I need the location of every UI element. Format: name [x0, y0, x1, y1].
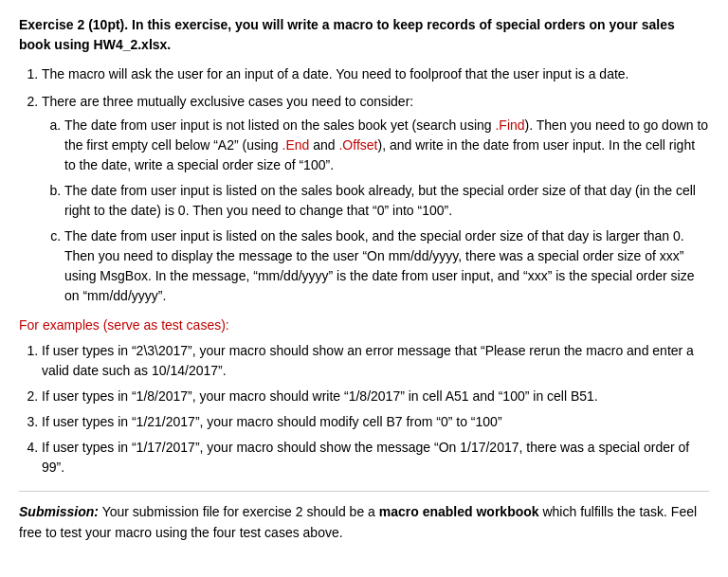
- submission-bold-text: macro enabled workbook: [379, 504, 539, 519]
- sub-a-text1: The date from user input is not listed o…: [64, 117, 495, 133]
- sub-a-find: .Find: [495, 117, 524, 133]
- examples-list: If user types in “2\3\2017”, your macro …: [42, 341, 709, 478]
- example-4-text: If user types in “1/17/2017”, your macro…: [42, 440, 689, 475]
- example-item-3: If user types in “1/21/2017”, your macro…: [42, 412, 709, 432]
- example-1-text: If user types in “2\3\2017”, your macro …: [42, 343, 694, 378]
- sub-item-b: The date from user input is listed on th…: [64, 181, 709, 221]
- sub-a-and: and: [309, 137, 338, 153]
- example-2-text: If user types in “1/8/2017”, your macro …: [42, 388, 598, 404]
- examples-label: For examples (serve as test cases):: [19, 316, 709, 335]
- sub-a-offset: .Offset: [338, 137, 377, 153]
- main-item-2: There are three mutually exclusive cases…: [42, 92, 709, 306]
- sub-c-text: The date from user input is listed on th…: [64, 228, 695, 303]
- example-item-1: If user types in “2\3\2017”, your macro …: [42, 341, 709, 381]
- submission-text: Your submission file for exercise 2 shou…: [99, 504, 379, 519]
- sub-a-end: .End: [282, 137, 310, 153]
- submission-italic-bold: Submission:: [19, 504, 99, 519]
- example-3-text: If user types in “1/21/2017”, your macro…: [42, 414, 502, 429]
- exercise-title: Exercise 2 (10pt). In this exercise, you…: [19, 15, 709, 55]
- sub-list: The date from user input is not listed o…: [64, 116, 709, 306]
- main-item-2-text: There are three mutually exclusive cases…: [42, 94, 413, 109]
- exercise-container: Exercise 2 (10pt). In this exercise, you…: [19, 15, 709, 544]
- example-item-2: If user types in “1/8/2017”, your macro …: [42, 387, 709, 406]
- example-item-4: If user types in “1/17/2017”, your macro…: [42, 438, 709, 478]
- main-list: The macro will ask the user for an input…: [42, 64, 709, 306]
- title-bold: Exercise 2 (10pt).: [19, 17, 128, 32]
- main-item-1: The macro will ask the user for an input…: [42, 64, 709, 84]
- sub-b-text: The date from user input is listed on th…: [64, 183, 696, 218]
- sub-item-a: The date from user input is not listed o…: [64, 116, 709, 175]
- main-item-1-text: The macro will ask the user for an input…: [42, 66, 629, 81]
- submission: Submission: Your submission file for exe…: [19, 491, 709, 544]
- sub-item-c: The date from user input is listed on th…: [64, 226, 709, 306]
